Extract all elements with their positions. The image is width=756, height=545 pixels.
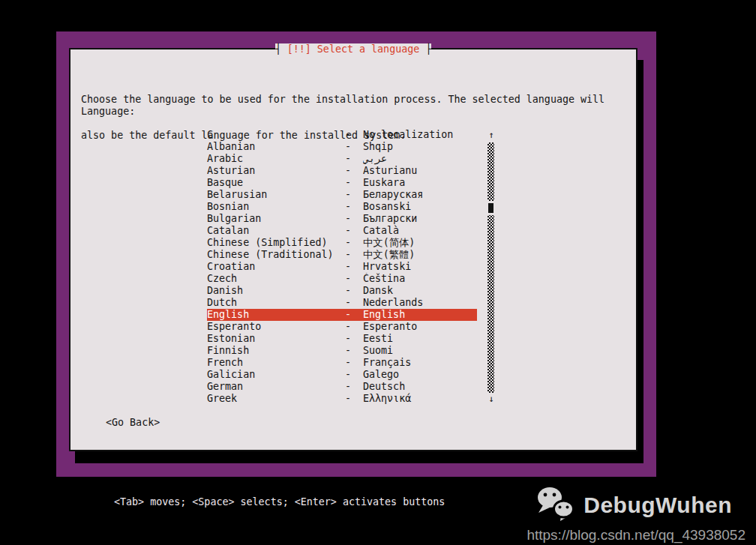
language-row[interactable]: Asturian-Asturianu	[207, 165, 477, 177]
language-name: Bulgarian	[207, 213, 345, 225]
language-name: German	[207, 381, 345, 393]
language-separator: -	[345, 393, 363, 405]
scrollbar-up-arrow-icon[interactable]: ↑	[486, 129, 496, 141]
language-name: Chinese (Simplified)	[207, 237, 345, 249]
language-native-name: No localization	[363, 129, 477, 141]
language-native-name: 中文(简体)	[363, 237, 477, 249]
dialog-title: [!!] Select a language	[281, 43, 426, 55]
go-back-button[interactable]: <Go Back>	[106, 417, 160, 429]
watermark-name: DebugWuhen	[584, 493, 732, 518]
language-native-name: Български	[363, 213, 477, 225]
language-row[interactable]: Bulgarian-Български	[207, 213, 477, 225]
language-name: Estonian	[207, 333, 345, 345]
language-separator: -	[345, 153, 363, 165]
language-native-name: Català	[363, 225, 477, 237]
language-native-name: Suomi	[363, 345, 477, 357]
language-name: Basque	[207, 177, 345, 189]
language-row[interactable]: Greek-Ελληνικά	[207, 393, 477, 405]
language-native-name: Shqip	[363, 141, 477, 153]
language-separator: -	[345, 129, 363, 141]
language-native-name: Esperanto	[363, 321, 477, 333]
language-native-name: Euskara	[363, 177, 477, 189]
language-native-name: Français	[363, 357, 477, 369]
language-separator: -	[345, 165, 363, 177]
language-name: French	[207, 357, 345, 369]
language-list[interactable]: C-No localizationAlbanian-ShqipArabic-عر…	[207, 129, 477, 405]
language-name: Catalan	[207, 225, 345, 237]
watermark-url: https://blog.csdn.net/qq_43938052	[506, 527, 746, 544]
language-native-name: Deutsch	[363, 381, 477, 393]
language-separator: -	[345, 297, 363, 309]
language-native-name: Čeština	[363, 273, 477, 285]
language-separator: -	[345, 273, 363, 285]
language-field-label: Language:	[81, 106, 135, 118]
language-row[interactable]: Albanian-Shqip	[207, 141, 477, 153]
description-line-1: Choose the language to be used for the i…	[81, 94, 604, 106]
language-row[interactable]: Estonian-Eesti	[207, 333, 477, 345]
language-name: Arabic	[207, 153, 345, 165]
language-separator: -	[345, 285, 363, 297]
language-name: Chinese (Traditional)	[207, 249, 345, 261]
language-separator: -	[345, 369, 363, 381]
language-row[interactable]: Chinese (Simplified)-中文(简体)	[207, 237, 477, 249]
language-name: Galician	[207, 369, 345, 381]
title-bracket-right: ├	[425, 43, 431, 55]
language-row[interactable]: Galician-Galego	[207, 369, 477, 381]
scrollbar-thumb[interactable]	[488, 201, 494, 215]
language-name: English	[207, 309, 345, 321]
language-name: Albanian	[207, 141, 345, 153]
language-separator: -	[345, 201, 363, 213]
language-native-name: Nederlands	[363, 297, 477, 309]
language-separator: -	[345, 333, 363, 345]
language-name: Croatian	[207, 261, 345, 273]
scrollbar-track[interactable]	[488, 142, 494, 393]
language-separator: -	[345, 225, 363, 237]
language-native-name: Eesti	[363, 333, 477, 345]
language-row[interactable]: Basque-Euskara	[207, 177, 477, 189]
language-separator: -	[345, 321, 363, 333]
language-row[interactable]: Finnish-Suomi	[207, 345, 477, 357]
language-native-name: Bosanski	[363, 201, 477, 213]
watermark: DebugWuhen https://blog.csdn.net/qq_4393…	[506, 486, 746, 544]
language-native-name: Ελληνικά	[363, 393, 477, 405]
language-separator: -	[345, 249, 363, 261]
language-row[interactable]: Danish-Dansk	[207, 285, 477, 297]
language-native-name: Dansk	[363, 285, 477, 297]
language-separator: -	[345, 189, 363, 201]
language-row[interactable]: Esperanto-Esperanto	[207, 321, 477, 333]
language-name: Dutch	[207, 297, 345, 309]
language-row-selected[interactable]: English-English	[207, 309, 477, 321]
language-native-name: Asturianu	[363, 165, 477, 177]
language-separator: -	[345, 141, 363, 153]
language-row[interactable]: Arabic-عربي	[207, 153, 477, 165]
language-separator: -	[345, 357, 363, 369]
language-separator: -	[345, 309, 363, 321]
language-name: Belarusian	[207, 189, 345, 201]
language-separator: -	[345, 237, 363, 249]
language-name: Czech	[207, 273, 345, 285]
language-separator: -	[345, 381, 363, 393]
language-name: Bosnian	[207, 201, 345, 213]
language-separator: -	[345, 177, 363, 189]
language-native-name: 中文(繁體)	[363, 249, 477, 261]
scrollbar-down-arrow-icon[interactable]: ↓	[486, 393, 496, 405]
language-row[interactable]: Bosnian-Bosanski	[207, 201, 477, 213]
language-native-name: Беларуская	[363, 189, 477, 201]
language-row[interactable]: Croatian-Hrvatski	[207, 261, 477, 273]
language-name: Danish	[207, 285, 345, 297]
language-row[interactable]: C-No localization	[207, 129, 477, 141]
dialog-title-bar: ┤ [!!] Select a language ├	[70, 43, 636, 55]
language-row[interactable]: Chinese (Traditional)-中文(繁體)	[207, 249, 477, 261]
language-row[interactable]: Belarusian-Беларуская	[207, 189, 477, 201]
wechat-icon	[536, 486, 574, 525]
language-row[interactable]: French-Français	[207, 357, 477, 369]
language-row[interactable]: Dutch-Nederlands	[207, 297, 477, 309]
language-row[interactable]: German-Deutsch	[207, 381, 477, 393]
language-row[interactable]: Czech-Čeština	[207, 273, 477, 285]
title-bracket-left: ┤	[275, 43, 281, 55]
language-name: Finnish	[207, 345, 345, 357]
language-row[interactable]: Catalan-Català	[207, 225, 477, 237]
language-name: Esperanto	[207, 321, 345, 333]
language-separator: -	[345, 213, 363, 225]
select-language-dialog: ┤ [!!] Select a language ├ Choose the la…	[69, 48, 638, 451]
